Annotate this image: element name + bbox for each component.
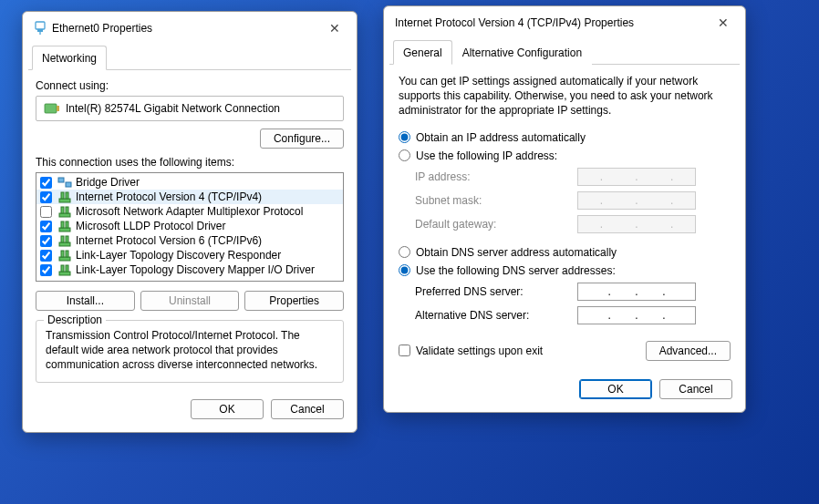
svg-rect-19: [59, 257, 70, 261]
svg-rect-22: [59, 272, 70, 275]
uninstall-button[interactable]: Uninstall: [140, 291, 240, 311]
alt-dns-seg1[interactable]: [584, 309, 607, 322]
protocol-icon: [57, 263, 72, 276]
pref-dns-seg4[interactable]: [666, 285, 689, 298]
svg-rect-18: [66, 236, 68, 242]
close-icon[interactable]: ✕: [712, 14, 734, 32]
list-item[interactable]: Internet Protocol Version 6 (TCP/IPv6): [36, 233, 343, 248]
window-title: Ethernet0 Properties: [52, 22, 324, 35]
svg-rect-15: [66, 221, 68, 228]
tab-networking[interactable]: Networking: [32, 46, 107, 70]
svg-rect-1: [37, 29, 43, 32]
svg-rect-0: [36, 22, 45, 29]
ok-button[interactable]: OK: [579, 379, 652, 399]
pref-dns-input[interactable]: ...: [577, 283, 696, 301]
svg-rect-16: [59, 242, 70, 246]
nic-icon: [44, 102, 60, 115]
ok-button[interactable]: OK: [191, 399, 264, 419]
adapter-name: Intel(R) 82574L Gigabit Network Connecti…: [66, 102, 280, 115]
svg-rect-23: [61, 265, 64, 272]
svg-rect-7: [59, 199, 70, 202]
cancel-button[interactable]: Cancel: [271, 399, 344, 419]
protocol-icon: [57, 249, 72, 262]
alt-dns-seg4[interactable]: [666, 309, 689, 322]
alt-dns-input[interactable]: ...: [577, 306, 696, 324]
install-button[interactable]: Install...: [36, 291, 135, 311]
properties-button[interactable]: Properties: [244, 291, 344, 311]
protocol-label: Internet Protocol Version 4 (TCP/IPv4): [76, 190, 262, 203]
protocol-label: Link-Layer Topology Discovery Responder: [76, 249, 281, 262]
list-item[interactable]: Internet Protocol Version 4 (TCP/IPv4): [36, 190, 343, 204]
pref-dns-seg3[interactable]: [638, 285, 662, 298]
dns-auto-radio[interactable]: [399, 246, 410, 258]
dns-manual-label: Use the following DNS server addresses:: [416, 264, 616, 277]
protocol-checkbox[interactable]: [40, 235, 52, 247]
description-legend: Description: [44, 314, 106, 326]
svg-rect-10: [59, 213, 70, 217]
tab-strip: Networking: [23, 45, 357, 70]
bridge-icon: [57, 176, 72, 189]
advanced-button[interactable]: Advanced...: [646, 341, 731, 361]
alt-dns-seg2[interactable]: [611, 309, 635, 322]
protocol-label: Microsoft LLDP Protocol Driver: [76, 220, 226, 232]
titlebar: Ethernet0 Properties ✕: [23, 12, 357, 45]
connect-using-label: Connect using:: [36, 79, 344, 92]
items-label: This connection uses the following items…: [36, 156, 344, 169]
protocol-label: Internet Protocol Version 6 (TCP/IPv6): [76, 234, 262, 247]
protocol-icon: [57, 190, 72, 203]
ip-manual-radio[interactable]: [399, 149, 410, 161]
svg-rect-6: [66, 182, 71, 187]
window-title: Internet Protocol Version 4 (TCP/IPv4) P…: [395, 16, 712, 29]
alt-dns-label: Alternative DNS server:: [415, 309, 570, 322]
adapter-box[interactable]: Intel(R) 82574L Gigabit Network Connecti…: [36, 96, 344, 121]
svg-rect-20: [61, 251, 64, 257]
protocol-icon: [57, 234, 72, 247]
tab-strip: General Alternative Configuration: [384, 39, 745, 65]
svg-rect-3: [45, 104, 57, 113]
dns-manual-radio[interactable]: [399, 264, 410, 276]
pref-dns-seg1[interactable]: [584, 285, 607, 298]
svg-rect-13: [59, 228, 70, 231]
protocol-checkbox[interactable]: [40, 221, 52, 232]
svg-rect-5: [58, 178, 64, 182]
ipv4-properties-window: Internet Protocol Version 4 (TCP/IPv4) P…: [383, 5, 746, 413]
protocol-checkbox[interactable]: [40, 177, 52, 189]
protocol-checkbox[interactable]: [40, 264, 52, 276]
intro-text: You can get IP settings assigned automat…: [399, 74, 731, 118]
svg-rect-4: [57, 106, 59, 111]
subnet-input: ...: [577, 191, 696, 210]
cancel-button[interactable]: Cancel: [659, 379, 732, 399]
protocol-checkbox[interactable]: [40, 191, 52, 203]
ip-auto-radio[interactable]: [399, 131, 410, 143]
validate-checkbox[interactable]: [399, 345, 410, 356]
tab-general[interactable]: General: [393, 40, 452, 65]
protocol-checkbox[interactable]: [40, 206, 52, 218]
close-icon[interactable]: ✕: [324, 19, 346, 37]
list-item[interactable]: Microsoft LLDP Protocol Driver: [36, 219, 343, 233]
protocol-label: Microsoft Network Adapter Multiplexor Pr…: [76, 205, 303, 218]
validate-label: Validate settings upon exit: [416, 345, 543, 357]
ip-address-input: ...: [577, 168, 696, 186]
subnet-label: Subnet mask:: [415, 194, 570, 207]
list-item[interactable]: Link-Layer Topology Discovery Mapper I/O…: [36, 262, 343, 277]
alt-dns-seg3[interactable]: [638, 309, 662, 322]
list-item[interactable]: Link-Layer Topology Discovery Responder: [36, 248, 343, 262]
protocol-icon: [57, 220, 72, 232]
protocol-checkbox[interactable]: [40, 250, 52, 262]
ip-manual-label: Use the following IP address:: [416, 149, 557, 162]
list-item[interactable]: Microsoft Network Adapter Multiplexor Pr…: [36, 204, 343, 219]
ethernet-properties-window: Ethernet0 Properties ✕ Networking Connec…: [22, 11, 358, 433]
pref-dns-label: Preferred DNS server:: [415, 285, 570, 298]
svg-rect-8: [61, 192, 64, 199]
description-text: Transmission Control Protocol/Internet P…: [46, 328, 334, 373]
dns-auto-label: Obtain DNS server address automatically: [416, 246, 617, 259]
ip-auto-label: Obtain an IP address automatically: [416, 131, 586, 144]
tab-alternative[interactable]: Alternative Configuration: [452, 40, 592, 65]
protocol-list[interactable]: Bridge DriverInternet Protocol Version 4…: [36, 172, 344, 282]
pref-dns-seg2[interactable]: [611, 285, 635, 298]
svg-rect-24: [66, 265, 68, 272]
list-item[interactable]: Bridge Driver: [36, 175, 343, 190]
protocol-label: Link-Layer Topology Discovery Mapper I/O…: [76, 263, 315, 276]
configure-button[interactable]: Configure...: [260, 129, 344, 149]
gateway-input: ...: [577, 215, 696, 233]
